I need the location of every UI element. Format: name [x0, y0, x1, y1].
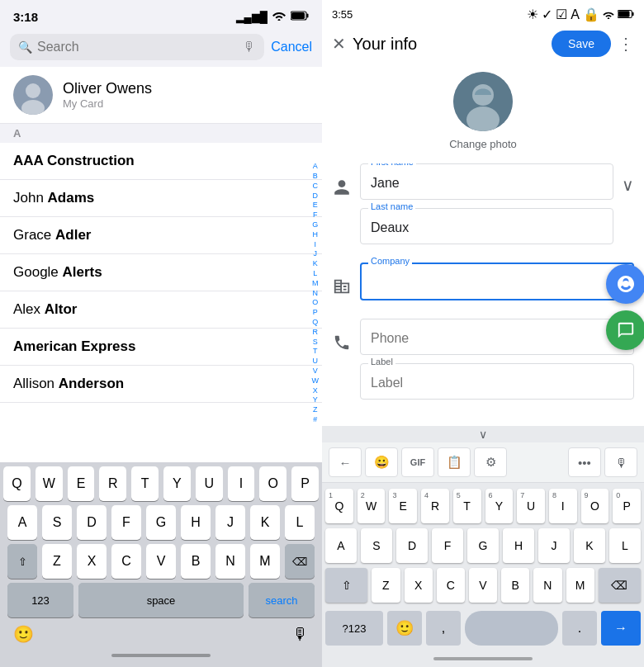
label-input[interactable] — [360, 363, 634, 400]
key-shift[interactable]: ⇧ — [7, 544, 37, 579]
keyboard-settings-button[interactable]: ⚙ — [474, 447, 507, 477]
keyboard-clipboard-button[interactable]: 📋 — [438, 447, 471, 477]
keyboard-mic-button[interactable]: 🎙 — [604, 447, 637, 477]
list-item[interactable]: AAA Construction — [0, 143, 322, 180]
right-key-u[interactable]: 7U — [517, 489, 545, 523]
key-z[interactable]: Z — [42, 544, 72, 579]
key-delete[interactable]: ⌫ — [285, 544, 315, 579]
save-button[interactable]: Save — [552, 31, 611, 57]
right-key-l[interactable]: L — [609, 528, 641, 563]
right-key-space[interactable] — [465, 611, 558, 646]
key-e[interactable]: E — [68, 466, 95, 501]
right-key-w[interactable]: 2W — [358, 489, 386, 523]
more-button[interactable]: ⋮ — [618, 34, 634, 54]
key-search[interactable]: search — [249, 583, 315, 617]
key-q[interactable]: Q — [3, 466, 31, 501]
right-key-n[interactable]: N — [533, 568, 561, 603]
right-key-m[interactable]: M — [566, 568, 594, 603]
mic-icon[interactable]: 🎙 — [243, 40, 256, 54]
key-y[interactable]: Y — [163, 466, 191, 501]
right-key-o[interactable]: 9O — [581, 489, 609, 523]
right-key-f[interactable]: F — [432, 528, 463, 563]
key-v[interactable]: V — [146, 544, 176, 579]
last-name-input[interactable] — [360, 208, 613, 244]
right-key-p[interactable]: 0P — [613, 489, 641, 523]
contact-avatar[interactable] — [453, 72, 513, 131]
right-key-delete[interactable]: ⌫ — [599, 568, 641, 603]
company-input[interactable] — [360, 263, 634, 300]
right-key-g[interactable]: G — [467, 528, 499, 563]
right-key-s[interactable]: S — [361, 528, 392, 563]
key-123[interactable]: 123 — [7, 583, 73, 617]
key-a[interactable]: A — [7, 505, 37, 540]
key-h[interactable]: H — [181, 505, 211, 540]
key-d[interactable]: D — [77, 505, 107, 540]
key-i[interactable]: I — [228, 466, 255, 501]
close-button[interactable]: ✕ — [332, 34, 346, 54]
blue-float-button[interactable] — [606, 264, 644, 304]
right-key-r[interactable]: 4R — [421, 489, 449, 523]
right-key-j[interactable]: J — [538, 528, 570, 563]
right-key-y[interactable]: 6Y — [485, 489, 514, 523]
mic-bottom-icon[interactable]: 🎙 — [292, 625, 309, 644]
right-key-t[interactable]: 5T — [453, 489, 481, 523]
change-photo-button[interactable]: Change photo — [449, 138, 517, 150]
right-key-e[interactable]: 3E — [389, 489, 417, 523]
emoji-icon[interactable]: 🙂 — [13, 624, 34, 644]
search-input[interactable] — [37, 40, 238, 54]
list-item[interactable]: Grace Adler — [0, 217, 322, 254]
right-key-a[interactable]: A — [325, 528, 357, 563]
right-key-period[interactable]: . — [562, 611, 597, 646]
key-s[interactable]: S — [42, 505, 72, 540]
key-g[interactable]: G — [146, 505, 176, 540]
key-c[interactable]: C — [111, 544, 141, 579]
right-key-v[interactable]: V — [469, 568, 497, 603]
collapse-chevron[interactable]: ∨ — [322, 426, 644, 442]
keyboard-more-button[interactable]: ••• — [568, 447, 601, 477]
key-j[interactable]: J — [215, 505, 245, 540]
key-u[interactable]: U — [196, 466, 223, 501]
right-key-enter[interactable]: → — [601, 611, 641, 646]
green-float-button[interactable] — [606, 310, 644, 350]
list-item[interactable]: Google Alerts — [0, 254, 322, 291]
right-key-q[interactable]: 1Q — [325, 489, 353, 523]
key-x[interactable]: X — [77, 544, 107, 579]
right-key-emoji[interactable]: 🙂 — [387, 611, 422, 646]
key-p[interactable]: P — [291, 466, 319, 501]
right-key-k[interactable]: K — [574, 528, 605, 563]
list-item[interactable]: American Express — [0, 329, 322, 366]
right-key-z[interactable]: Z — [372, 568, 400, 603]
expand-button[interactable]: ∨ — [622, 175, 634, 195]
key-o[interactable]: O — [259, 466, 286, 501]
keyboard-back-button[interactable]: ← — [329, 447, 362, 477]
key-t[interactable]: T — [131, 466, 159, 501]
list-item[interactable]: John Adams — [0, 180, 322, 217]
keyboard-gif-button[interactable]: GIF — [401, 447, 434, 477]
key-m[interactable]: M — [250, 544, 280, 579]
key-f[interactable]: F — [111, 505, 141, 540]
key-w[interactable]: W — [36, 466, 63, 501]
first-name-input[interactable] — [360, 163, 613, 200]
key-l[interactable]: L — [285, 505, 315, 540]
right-key-x[interactable]: X — [405, 568, 433, 603]
right-key-b[interactable]: B — [501, 568, 529, 603]
my-card-row[interactable]: Oliver Owens My Card — [0, 67, 322, 124]
right-key-comma[interactable]: , — [426, 611, 461, 646]
search-input-wrap[interactable]: 🔍 🎙 — [10, 34, 264, 60]
right-key-shift[interactable]: ⇧ — [325, 568, 367, 603]
key-n[interactable]: N — [215, 544, 245, 579]
key-b[interactable]: B — [181, 544, 211, 579]
right-key-d[interactable]: D — [396, 528, 428, 563]
key-r[interactable]: R — [99, 466, 126, 501]
list-item[interactable]: Alex Altor — [0, 291, 322, 329]
key-k[interactable]: K — [250, 505, 280, 540]
keyboard-emoji-button[interactable]: 😀 — [365, 447, 398, 477]
cancel-button[interactable]: Cancel — [271, 40, 312, 54]
phone-input[interactable] — [360, 319, 634, 355]
list-item[interactable]: Allison Anderson — [0, 366, 322, 403]
right-key-c[interactable]: C — [437, 568, 465, 603]
right-key-i[interactable]: 8I — [549, 489, 577, 523]
key-space[interactable]: space — [78, 583, 244, 617]
right-key-h[interactable]: H — [503, 528, 534, 563]
right-key-num[interactable]: ?123 — [325, 611, 383, 646]
